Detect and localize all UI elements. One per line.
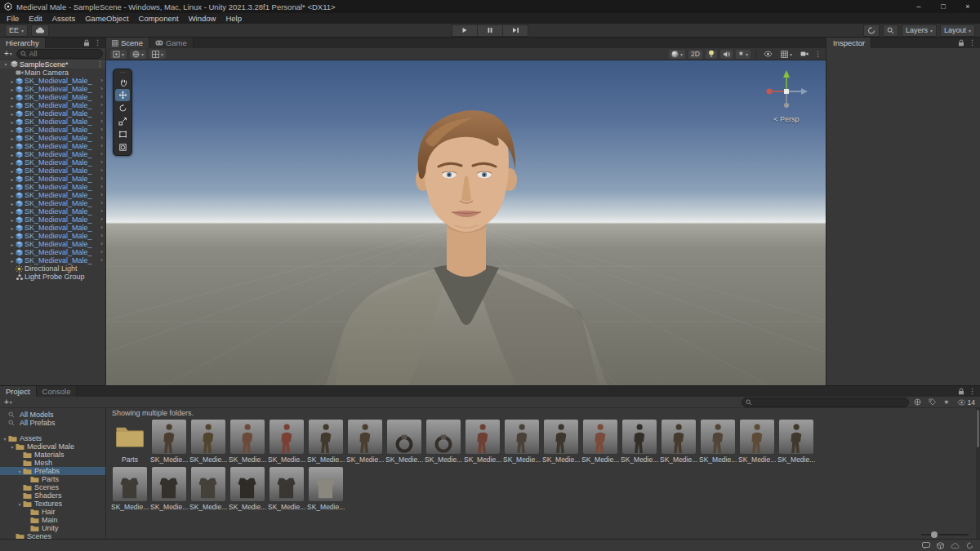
cloud-status-icon[interactable]	[951, 543, 960, 549]
hierarchy-item-sk-medieval-male[interactable]: ▸ SK_Medieval_Male_ ›	[0, 199, 105, 207]
project-create-button[interactable]: +▾	[2, 398, 14, 407]
effects-dropdown[interactable]: ★ ▾	[736, 50, 751, 59]
slider-knob[interactable]	[931, 531, 938, 538]
prefab-open-arrow-icon[interactable]: ›	[100, 241, 103, 247]
hierarchy-item-sk-medieval-male[interactable]: ▸ SK_Medieval_Male_ ›	[0, 216, 105, 224]
transform-tool[interactable]	[115, 141, 130, 153]
prefab-open-arrow-icon[interactable]: ›	[100, 200, 103, 207]
layers-dropdown[interactable]: Layers▾	[902, 24, 937, 37]
search-by-type-button[interactable]	[911, 398, 924, 407]
project-search-input[interactable]	[755, 398, 905, 407]
account-button[interactable]: EE▾	[5, 24, 28, 37]
lock-icon[interactable]	[958, 388, 964, 395]
menu-item-window[interactable]: Window	[184, 14, 221, 23]
play-button[interactable]	[452, 24, 477, 37]
asset-tile-sk-medie[interactable]: SK_Medie...	[268, 467, 305, 513]
asset-tile-sk-medie[interactable]: SK_Medie...	[542, 420, 580, 466]
project-folder-prefabs[interactable]: ▾ Prefabs	[0, 467, 105, 475]
prefab-open-arrow-icon[interactable]: ›	[100, 118, 103, 125]
prefab-open-arrow-icon[interactable]: ›	[100, 94, 103, 100]
asset-tile-sk-medie[interactable]: SK_Medie...	[464, 420, 501, 466]
asset-tile-sk-medie[interactable]: SK_Medie...	[268, 420, 305, 466]
layout-dropdown[interactable]: Layout▾	[940, 24, 975, 37]
project-folder-parts[interactable]: Parts	[0, 475, 105, 483]
menu-item-component[interactable]: Component	[134, 14, 184, 23]
asset-tile-sk-medie[interactable]: SK_Medie...	[425, 420, 462, 466]
minimize-button[interactable]: –	[906, 0, 931, 13]
scene-viewport[interactable]: ⋯	[106, 60, 826, 385]
prefab-open-arrow-icon[interactable]: ›	[100, 159, 103, 166]
project-scrollbar[interactable]	[976, 408, 980, 539]
scale-tool[interactable]	[115, 115, 130, 127]
shading-mode-dropdown[interactable]: ▾	[669, 50, 685, 59]
tab-console[interactable]: Console	[37, 386, 78, 397]
console-status-icon[interactable]	[922, 542, 930, 549]
hierarchy-item-sk-medieval-male[interactable]: ▸ SK_Medieval_Male_ ›	[0, 85, 105, 93]
menu-item-gameobject[interactable]: GameObject	[80, 14, 133, 23]
asset-tile-sk-medie[interactable]: SK_Medie...	[660, 420, 697, 466]
project-folder-hair[interactable]: Hair	[0, 508, 105, 516]
hierarchy-item-sk-medieval-male[interactable]: ▸ SK_Medieval_Male_ ›	[0, 232, 105, 240]
project-folder-medieval-male[interactable]: ▾ Medieval Male	[0, 442, 105, 451]
lock-icon[interactable]	[83, 39, 90, 47]
menu-item-file[interactable]: File	[2, 14, 24, 23]
asset-tile-sk-medie[interactable]: SK_Medie...	[150, 467, 188, 513]
asset-tile-sk-medie[interactable]: SK_Medie...	[111, 467, 149, 513]
favorite-all-prefabs[interactable]: All Prefabs	[0, 419, 105, 427]
asset-tile-sk-medie[interactable]: SK_Medie...	[150, 420, 188, 466]
hierarchy-item-sk-medieval-male[interactable]: ▸ SK_Medieval_Male_ ›	[0, 101, 105, 109]
hierarchy-scene-root[interactable]: ▾ SampleScene* ⋮	[0, 60, 105, 69]
scene-orientation-gizmo[interactable]: < Persp	[760, 69, 813, 123]
asset-tile-sk-medie[interactable]: SK_Medie...	[621, 420, 658, 466]
activity-indicator-icon[interactable]	[966, 542, 973, 549]
project-folder-unity[interactable]: Unity	[0, 524, 105, 532]
asset-tile-parts[interactable]: Parts	[111, 420, 149, 466]
project-search[interactable]	[742, 398, 909, 407]
hierarchy-item-light-probe-group[interactable]: Light Probe Group	[0, 273, 105, 281]
scene-audio-toggle[interactable]	[720, 50, 733, 59]
hierarchy-search[interactable]	[16, 49, 103, 59]
package-manager-status-icon[interactable]	[937, 542, 944, 549]
asset-tile-sk-medie[interactable]: SK_Medie...	[581, 420, 619, 466]
hierarchy-item-sk-medieval-male[interactable]: ▸ SK_Medieval_Male_ ›	[0, 93, 105, 101]
prefab-open-arrow-icon[interactable]: ›	[100, 249, 103, 256]
grid-snap-dropdown[interactable]: ▾	[149, 50, 166, 59]
save-search-button[interactable]: ★	[941, 398, 951, 407]
menu-item-edit[interactable]: Edit	[24, 14, 47, 23]
hierarchy-item-sk-medieval-male[interactable]: ▸ SK_Medieval_Male_ ›	[0, 240, 105, 248]
project-folder-assets[interactable]: ▾ Assets	[0, 434, 105, 442]
tab-game[interactable]: Game	[149, 38, 194, 48]
prefab-open-arrow-icon[interactable]: ›	[100, 176, 103, 182]
asset-tile-sk-medie[interactable]: SK_Medie...	[777, 420, 815, 466]
hierarchy-item-sk-medieval-male[interactable]: ▸ SK_Medieval_Male_ ›	[0, 150, 105, 158]
asset-tile-sk-medie[interactable]: SK_Medie...	[229, 420, 266, 466]
rect-tool[interactable]	[115, 128, 130, 140]
project-folder-textures[interactable]: ▾ Textures	[0, 500, 105, 508]
pause-button[interactable]	[477, 24, 502, 37]
menu-item-help[interactable]: Help	[220, 14, 247, 23]
kebab-menu-icon[interactable]: ⋮	[94, 39, 101, 47]
search-button[interactable]	[883, 24, 898, 37]
prefab-open-arrow-icon[interactable]: ›	[100, 86, 103, 92]
close-button[interactable]: ×	[956, 0, 980, 13]
asset-tile-sk-medie[interactable]: SK_Medie...	[307, 420, 345, 466]
hierarchy-item-directional-light[interactable]: Directional Light	[0, 264, 105, 273]
prefab-open-arrow-icon[interactable]: ›	[100, 233, 103, 239]
cloud-services-button[interactable]	[31, 24, 49, 37]
tab-scene[interactable]: Scene	[106, 38, 149, 48]
prefab-open-arrow-icon[interactable]: ›	[100, 151, 103, 158]
project-folder-scenes[interactable]: Scenes	[0, 483, 105, 491]
step-button[interactable]	[502, 24, 528, 37]
prefab-open-arrow-icon[interactable]: ›	[100, 167, 103, 174]
hierarchy-search-input[interactable]	[29, 50, 99, 58]
project-folder-shaders[interactable]: Shaders	[0, 491, 105, 500]
kebab-menu-icon[interactable]: ⋮	[969, 388, 976, 395]
rotate-tool[interactable]	[115, 102, 130, 114]
overlay-drag-handle[interactable]: ⋯	[120, 70, 126, 75]
hierarchy-item-sk-medieval-male[interactable]: ▸ SK_Medieval_Male_ ›	[0, 158, 105, 167]
hierarchy-item-sk-medieval-male[interactable]: ▸ SK_Medieval_Male_ ›	[0, 126, 105, 134]
asset-tile-sk-medie[interactable]: SK_Medie...	[189, 467, 227, 513]
asset-tile-sk-medie[interactable]: SK_Medie...	[307, 467, 345, 513]
hierarchy-item-sk-medieval-male[interactable]: ▸ SK_Medieval_Male_ ›	[0, 118, 105, 126]
prefab-open-arrow-icon[interactable]: ›	[100, 257, 103, 264]
